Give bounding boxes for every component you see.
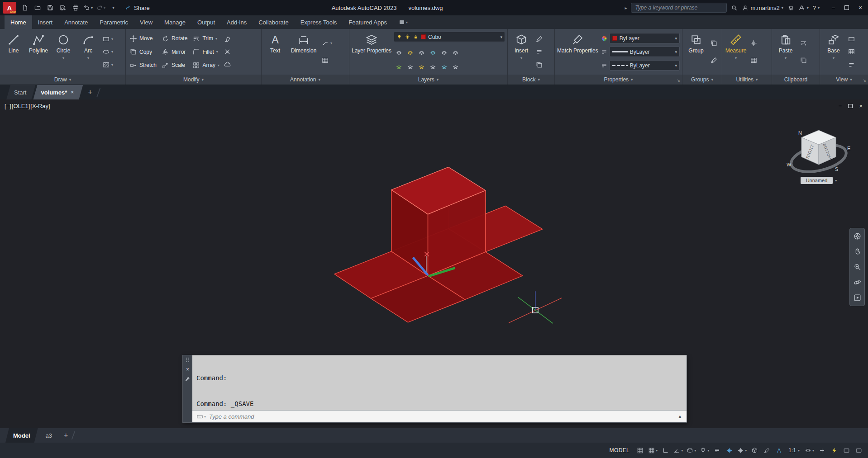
view-list-button[interactable] — [848, 61, 855, 69]
tab-parametric[interactable]: Parametric — [94, 15, 134, 29]
tab-collaborate[interactable]: Collaborate — [253, 15, 295, 29]
layer-make-current-tool-icon[interactable] — [452, 49, 459, 57]
tab-add-ins[interactable]: Add-ins — [221, 15, 253, 29]
account-button[interactable]: m.martins2 ▾ — [742, 5, 783, 11]
compass-east[interactable]: E — [847, 146, 850, 151]
explode-button[interactable] — [224, 48, 231, 56]
panel-label-properties[interactable]: Properties▾ — [555, 75, 682, 85]
viewport-restore-icon[interactable] — [848, 104, 853, 108]
visual-style-control[interactable]: [X-Ray] — [30, 103, 50, 109]
block-editor-button[interactable] — [535, 61, 543, 69]
panel-label-utilities[interactable]: Utilities▾ — [722, 75, 772, 85]
layout-tab-model[interactable]: Model — [5, 428, 38, 443]
maximize-button[interactable] — [840, 0, 854, 15]
panel-label-groups[interactable]: Groups▾ — [682, 75, 722, 85]
trim-button[interactable]: Trim▾ — [191, 34, 221, 43]
graphics-performance-toggle[interactable] — [829, 445, 840, 456]
ortho-mode-toggle[interactable] — [660, 445, 671, 456]
layer-off-tool-icon[interactable] — [395, 49, 403, 57]
application-menu-button[interactable]: A CAD — [3, 2, 16, 14]
layer-freeze-tool-icon[interactable] — [418, 49, 425, 57]
ribbon-display-toggle[interactable]: ▾ — [396, 15, 411, 29]
paste-button[interactable]: Paste▾ — [773, 30, 798, 74]
close-button[interactable]: × — [854, 0, 867, 15]
model-space-toggle[interactable]: MODEL — [610, 447, 630, 453]
rectangle-button[interactable]: ▾ — [102, 35, 113, 43]
app-store-button[interactable] — [787, 5, 794, 11]
command-input[interactable] — [209, 413, 674, 420]
quick-access-customize-button[interactable]: ▾ — [108, 2, 119, 14]
compass-south[interactable]: S — [835, 166, 838, 172]
close-palette-icon[interactable]: × — [186, 366, 189, 373]
panel-label-block[interactable]: Block▾ — [508, 75, 554, 85]
circle-button[interactable]: Circle▾ — [51, 30, 76, 74]
viewcube[interactable]: N RIGHT BOTTOM W S E Unnamed ▾ — [780, 121, 857, 184]
panel-label-annotation[interactable]: Annotation▾ — [262, 75, 349, 85]
3d-object-snap-toggle[interactable]: ▾ — [736, 445, 748, 456]
ellipse-button[interactable]: ▾ — [102, 48, 113, 56]
create-block-button[interactable] — [535, 35, 543, 43]
named-views-button[interactable] — [848, 48, 855, 56]
lineweight-display-toggle[interactable] — [711, 445, 723, 456]
move-button[interactable]: Move — [128, 34, 158, 43]
workspace-switching-button[interactable]: ▾ — [803, 445, 816, 456]
isometric-drafting-toggle[interactable]: ▾ — [685, 445, 697, 456]
layer-properties-button[interactable]: Layer Properties — [351, 30, 392, 74]
clean-screen-toggle[interactable] — [853, 445, 864, 456]
object-color-dropdown[interactable]: ByLayer ▾ — [610, 33, 680, 43]
customize-wrench-icon[interactable] — [185, 377, 191, 382]
arc-button[interactable]: Arc▾ — [76, 30, 100, 74]
panel-label-layers[interactable]: Layers▾ — [349, 75, 507, 85]
define-attributes-button[interactable] — [535, 48, 543, 56]
tab-output[interactable]: Output — [191, 15, 221, 29]
layout-tab-a3[interactable]: a3 — [38, 428, 60, 443]
undo-button[interactable]: ▾ — [82, 2, 94, 14]
save-as-button[interactable] — [57, 2, 68, 14]
layer-walk-tool-icon[interactable] — [452, 64, 459, 71]
stretch-button[interactable]: Stretch — [128, 61, 158, 70]
layer-thaw-tool-icon[interactable] — [418, 64, 425, 71]
close-tab-icon[interactable]: × — [71, 89, 74, 95]
panel-label-clipboard[interactable]: Clipboard — [772, 75, 820, 85]
new-drawing-button[interactable] — [19, 2, 30, 14]
layer-unlock-tool-icon[interactable] — [429, 64, 437, 71]
tab-annotate[interactable]: Annotate — [58, 15, 94, 29]
rotate-button[interactable]: Rotate — [160, 34, 189, 43]
command-customize-button[interactable]: ▾ — [196, 413, 206, 420]
layer-unisolate-tool-icon[interactable] — [406, 64, 414, 71]
lineweight-dropdown[interactable]: ByLayer ▾ — [610, 47, 680, 57]
annotation-monitor-toggle[interactable] — [816, 445, 828, 456]
viewport-close-icon[interactable]: × — [859, 103, 863, 109]
dynamic-input-toggle[interactable] — [761, 445, 773, 456]
minimize-button[interactable]: − — [826, 0, 840, 15]
viewcube-graphic[interactable]: N RIGHT BOTTOM W S E — [780, 121, 857, 175]
hatch-button[interactable]: ▾ — [102, 61, 113, 69]
array-button[interactable]: Array▾ — [191, 61, 221, 70]
id-point-button[interactable] — [750, 39, 758, 47]
tab-insert[interactable]: Insert — [32, 15, 59, 29]
compass-west[interactable]: W — [787, 162, 792, 167]
tab-featured-apps[interactable]: Featured Apps — [343, 15, 393, 29]
selection-cycling-toggle[interactable] — [724, 445, 735, 456]
file-tab-volumes[interactable]: volumes* × — [33, 85, 83, 99]
copy-clip-button[interactable] — [800, 57, 807, 64]
panel-label-modify[interactable]: Modify▾ — [126, 75, 261, 85]
leader-button[interactable]: ▾ — [321, 39, 332, 47]
panel-label-view[interactable]: View▾ — [820, 75, 868, 85]
insert-block-button[interactable]: Insert▾ — [509, 30, 534, 74]
autodesk-apps-button[interactable]: ▾ — [798, 5, 809, 11]
viewport-minimize-icon[interactable]: − — [839, 103, 842, 109]
snap-mode-toggle[interactable]: ▾ — [647, 445, 659, 456]
measure-button[interactable]: Measure▾ — [724, 30, 748, 74]
view-dialog-launcher-icon[interactable]: ↘ — [863, 78, 866, 83]
new-layout-button[interactable]: + — [64, 428, 68, 443]
group-button[interactable]: Group — [684, 30, 708, 74]
quick-calculator-button[interactable] — [750, 57, 758, 64]
search-input[interactable] — [631, 3, 727, 13]
tab-home[interactable]: Home — [5, 15, 32, 29]
table-button[interactable] — [321, 57, 332, 64]
fillet-button[interactable]: Fillet▾ — [191, 47, 221, 57]
tab-view[interactable]: View — [134, 15, 158, 29]
layer-lock-tool-icon[interactable] — [429, 49, 437, 57]
erase-button[interactable] — [224, 35, 231, 43]
